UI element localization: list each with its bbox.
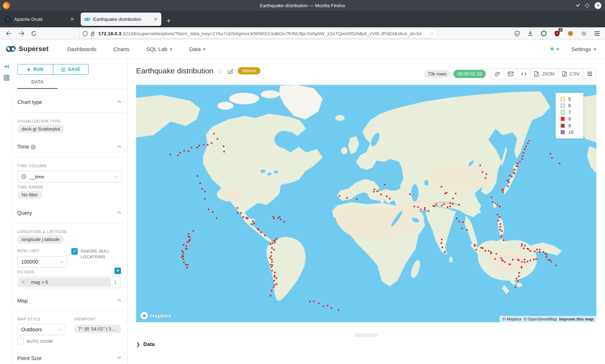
- time-column-select[interactable]: __time: [17, 171, 122, 182]
- section-query[interactable]: Query: [17, 210, 32, 216]
- menu-hamburger-icon[interactable]: [593, 29, 601, 38]
- map-attribution: © Mapbox © OpenStreetMap Improve this ma…: [499, 316, 596, 322]
- chevron-down-icon: [593, 49, 596, 50]
- legend-label: 7: [568, 110, 571, 115]
- chevron-up-icon[interactable]: [117, 145, 121, 148]
- legend-swatch: [561, 130, 565, 134]
- nav-dashboards[interactable]: Dashboards: [67, 46, 97, 52]
- tab-data[interactable]: DATA: [17, 79, 58, 85]
- legend-item: 10: [561, 129, 583, 136]
- protections-shield-icon[interactable]: [513, 29, 521, 38]
- save-button[interactable]: SAVE: [53, 64, 89, 74]
- panel-resize-handle[interactable]: [355, 334, 378, 337]
- chart-area: Earthquake distribution ☆ Altered 73k ro…: [127, 59, 605, 364]
- nav-sql-lab[interactable]: SQL Lab: [146, 46, 172, 52]
- legend-label: 8: [568, 116, 571, 122]
- chart-title: Earthquake distribution: [136, 67, 214, 75]
- improve-map-link[interactable]: Improve this map: [559, 317, 593, 321]
- deckgl-map[interactable]: 5678910 ◉ mapbox © Mapbox © OpenStreetMa…: [136, 85, 596, 322]
- tab-apache-druid[interactable]: Apache Druid ✕: [1, 13, 78, 26]
- chevron-right-icon[interactable]: ❯: [111, 279, 120, 285]
- back-button[interactable]: [6, 31, 12, 36]
- multicolor-asterisk-icon[interactable]: [579, 29, 588, 38]
- data-panel-toggle[interactable]: ❯ Data: [136, 341, 154, 347]
- ignore-null-checkbox[interactable]: ✓: [71, 248, 78, 255]
- viewport-value[interactable]: 7° 35' 54.02" | 31...: [74, 325, 121, 333]
- cookie-icon[interactable]: [566, 29, 575, 38]
- window-close-icon[interactable]: ✕: [595, 2, 601, 9]
- chevron-down-icon: [114, 176, 118, 178]
- file-icon: [534, 71, 539, 77]
- nav-data[interactable]: Data: [189, 46, 206, 52]
- tab-label: Apache Druid: [14, 17, 67, 22]
- copy-link-button[interactable]: [491, 69, 504, 79]
- chevron-up-icon[interactable]: [117, 211, 121, 214]
- edit-pencil-icon[interactable]: [228, 68, 234, 74]
- mapbox-attribution-link[interactable]: © Mapbox: [502, 317, 521, 321]
- tab-earthquake-distribution[interactable]: Earthquake distribution ✕: [81, 13, 161, 26]
- chevron-down-icon: [170, 49, 172, 50]
- more-options-button[interactable]: [583, 69, 596, 79]
- bookmark-star-icon[interactable]: ☆: [430, 30, 435, 37]
- time-range-value[interactable]: No filter: [17, 191, 42, 199]
- row-limit-label: ROW LIMIT: [17, 249, 40, 253]
- tab-label: Earthquake distribution: [93, 17, 151, 22]
- osm-attribution-link[interactable]: © OpenStreetMap: [524, 317, 557, 321]
- downloads-icon[interactable]: [526, 29, 535, 38]
- url-bar[interactable]: 172.18.0.3:32108/superset/explore/?form_…: [79, 29, 438, 38]
- add-filter-button[interactable]: +: [115, 268, 121, 274]
- chevron-down-icon: [203, 49, 206, 50]
- tab-close-icon[interactable]: ✕: [70, 17, 74, 22]
- embed-code-button[interactable]: [517, 69, 530, 79]
- insecure-lock-icon[interactable]: [90, 31, 95, 37]
- dataset-grid-icon[interactable]: [3, 74, 10, 81]
- visualization-type-value[interactable]: deck.gl Scatterplot: [17, 125, 64, 133]
- chevron-up-icon[interactable]: [117, 299, 121, 301]
- auto-zoom-checkbox[interactable]: [17, 338, 24, 344]
- chart-control-panel: RUN SAVE DATA Chart type VISUALIZATION T…: [13, 59, 127, 364]
- new-item-button[interactable]: +: [550, 45, 559, 53]
- superset-logo[interactable]: Superset: [5, 44, 49, 54]
- plus-circle-icon: [61, 67, 66, 72]
- superset-navbar: Superset Dashboards Charts SQL Lab Data …: [0, 40, 605, 59]
- row-count-badge: 73k rows: [424, 70, 451, 78]
- filter-chip[interactable]: ✕ mag > 5: [19, 278, 111, 287]
- row-limit-select[interactable]: 100000: [17, 256, 68, 268]
- reload-button[interactable]: [31, 31, 37, 36]
- window-titlebar: Earthquake distribution — Mozilla Firefo…: [0, 0, 605, 11]
- window-minimize-icon[interactable]: [576, 3, 580, 6]
- export-csv-button[interactable]: .CSV: [559, 69, 583, 79]
- section-chart-type[interactable]: Chart type: [17, 99, 42, 105]
- legend-item: 8: [561, 116, 583, 122]
- export-json-button[interactable]: .JSON: [530, 69, 558, 79]
- ublock-shield-icon[interactable]: 2: [553, 29, 561, 38]
- run-button[interactable]: RUN: [18, 64, 53, 74]
- chevron-right-icon: ❯: [136, 342, 140, 347]
- tab-close-icon[interactable]: ✕: [154, 17, 158, 22]
- legend-swatch: [561, 117, 565, 121]
- section-map[interactable]: Map: [17, 297, 28, 304]
- tab-bar: Apache Druid ✕ Earthquake distribution ✕…: [0, 11, 605, 27]
- email-button[interactable]: [504, 69, 517, 79]
- divider: [13, 223, 127, 223]
- chevron-up-icon[interactable]: [117, 100, 121, 103]
- extension-green-ring-icon[interactable]: [539, 29, 548, 38]
- chevron-down-icon: [58, 328, 62, 331]
- tracking-shield-icon[interactable]: [82, 31, 88, 37]
- favorite-star-icon[interactable]: ☆: [218, 67, 224, 75]
- lonlat-value[interactable]: longitude | latitude: [17, 235, 64, 244]
- nav-charts[interactable]: Charts: [113, 46, 129, 52]
- forward-button[interactable]: [18, 31, 24, 36]
- left-icon-rail: [0, 59, 13, 364]
- mapbox-logo[interactable]: ◉ mapbox: [140, 312, 171, 319]
- map-style-select[interactable]: Outdoors: [17, 324, 66, 335]
- section-time[interactable]: Time i: [17, 144, 36, 150]
- settings-menu[interactable]: Settings: [572, 46, 596, 52]
- window-maximize-icon[interactable]: [585, 3, 590, 8]
- window-title: Earthquake distribution — Mozilla Firefo…: [0, 3, 605, 8]
- collapse-dataset-panel-icon[interactable]: [3, 64, 9, 69]
- section-point-size[interactable]: Point Size: [17, 355, 42, 361]
- new-tab-button[interactable]: +: [166, 17, 171, 24]
- chevron-down-icon[interactable]: [117, 356, 121, 359]
- remove-filter-icon[interactable]: ✕: [19, 278, 28, 287]
